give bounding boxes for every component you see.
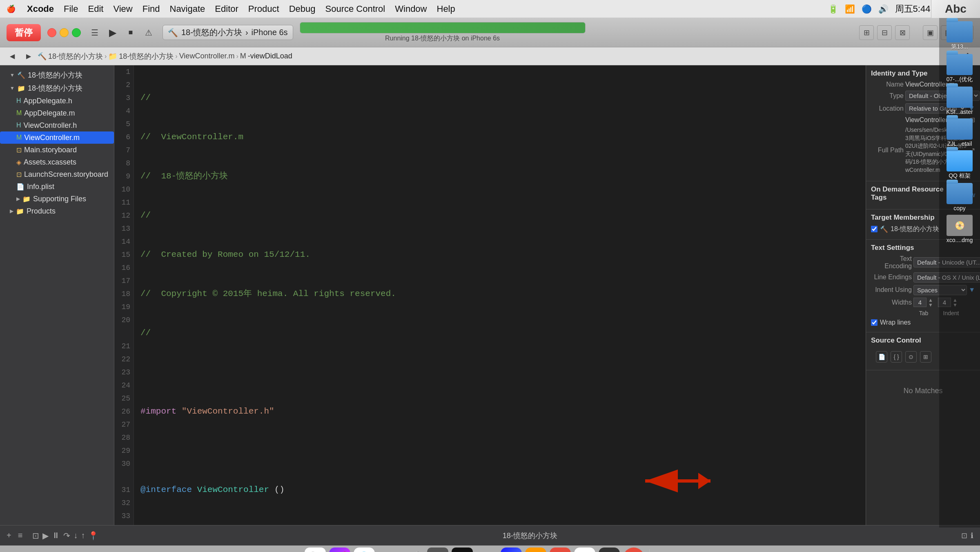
scheme-selector[interactable]: 🔨 18-愤怒的小方块 › iPhone 6s <box>163 25 293 40</box>
nav-supporting-files[interactable]: ▶ 📁 Supporting Files <box>0 193 114 205</box>
source-icon: M <box>16 109 22 117</box>
nav-file-appdelegate-m[interactable]: M AppDelegate.m <box>0 107 114 119</box>
editor-mode-standard[interactable]: ⊞ <box>859 25 874 40</box>
filter-icon[interactable]: ≡ <box>18 531 23 540</box>
dock-terminal[interactable]: $_ <box>452 548 473 552</box>
desktop-folder-2[interactable]: 07-...(优化 <box>942 54 978 83</box>
add-file-icon[interactable]: + <box>7 531 11 540</box>
forward-button[interactable]: ▶ <box>21 49 36 64</box>
menu-source-control[interactable]: Source Control <box>325 4 385 14</box>
step-in-icon[interactable]: ↓ <box>74 531 78 541</box>
desktop-folder-3[interactable]: KSI...aster <box>942 87 978 115</box>
tab-down-arrow[interactable]: ▼ <box>928 303 933 307</box>
stop-run-button[interactable]: ■ <box>123 25 138 40</box>
dock-trash[interactable]: 🗑 <box>655 548 676 552</box>
sc-diff-icon[interactable]: { } <box>891 351 902 363</box>
target-checkbox[interactable] <box>871 226 878 232</box>
dock-sketch[interactable]: ◈ <box>525 548 546 552</box>
breakpoint-icon[interactable]: ⚠ <box>141 25 156 40</box>
dock-itunes[interactable]: ▶ <box>574 548 595 552</box>
type-label: Type <box>871 92 904 100</box>
breadcrumb-group[interactable]: 18-愤怒的小方块 <box>119 51 174 61</box>
stop-button[interactable]: 暂停 <box>7 24 41 41</box>
bottom-show-debug[interactable]: ℹ <box>971 531 973 540</box>
wrap-lines-checkbox[interactable] <box>871 319 878 326</box>
bottom-show-console[interactable]: ⊡ <box>961 531 967 540</box>
code-editor[interactable]: 1 2 3 4 5 6 7 8 9 10 11 12 13 14 15 16 1… <box>114 65 866 525</box>
desktop-folder-7[interactable]: 📀 xco....dmg <box>942 215 978 243</box>
menu-file[interactable]: File <box>64 4 78 14</box>
nav-file-launchscreen[interactable]: ⊡ LaunchScreen.storyboard <box>0 168 114 180</box>
nav-file-infoplist[interactable]: 📄 Info.plist <box>0 180 114 193</box>
folder-icon: 📁 <box>17 85 25 92</box>
dock-dash[interactable]: D <box>599 548 620 552</box>
nav-file-mainstoryboard[interactable]: ⊡ Main.storyboard <box>0 144 114 156</box>
desktop-folder-5[interactable]: QQ 框架 <box>942 150 978 180</box>
nav-project-root[interactable]: ▼ 🔨 18-愤怒的小方块 <box>0 69 114 82</box>
menu-edit[interactable]: Edit <box>88 4 103 14</box>
run-mode-icon[interactable]: ▶ <box>42 531 49 541</box>
editor-mode-assistant[interactable]: ⊟ <box>877 25 892 40</box>
left-panel-toggle[interactable]: ▣ <box>923 25 938 40</box>
menu-debug[interactable]: Debug <box>289 4 316 14</box>
sc-commit-icon[interactable]: ⊙ <box>905 351 917 363</box>
step-over-icon[interactable]: ↷ <box>63 531 70 541</box>
run-button[interactable]: ▶ <box>105 25 120 40</box>
breadcrumb-project[interactable]: 18-愤怒的小方块 <box>48 51 103 61</box>
tab-up-arrow[interactable]: ▲ <box>928 298 933 303</box>
menu-view[interactable]: View <box>113 4 132 14</box>
menu-xcode[interactable]: Xcode <box>27 4 54 14</box>
dock-pencil[interactable]: ✏ <box>427 548 448 552</box>
breadcrumb-file[interactable]: ViewController.m <box>179 52 235 60</box>
sc-file-icon[interactable]: 📄 <box>876 351 887 363</box>
nav-file-appdelegate-h[interactable]: H AppDelegate.h <box>0 95 114 107</box>
progress-bar-fill <box>300 22 585 33</box>
dock-candy[interactable]: P <box>550 548 571 552</box>
bottom-bar: + ≡ ⊡ ▶ ⏸ ↷ ↓ ↑ 📍 18-愤怒的小方块 ⊡ ℹ <box>0 525 980 545</box>
desktop-folder-4[interactable]: ZJL...etail <box>942 118 978 147</box>
dock-separator <box>649 549 650 552</box>
breadcrumb-function[interactable]: -viewDidLoad <box>248 52 292 60</box>
menu-navigate[interactable]: Navigate <box>170 4 205 14</box>
menu-product[interactable]: Product <box>248 4 279 14</box>
dock-capture[interactable]: ⊙ <box>623 548 644 552</box>
menu-editor[interactable]: Editor <box>215 4 238 14</box>
back-button[interactable]: ◀ <box>5 49 20 64</box>
close-button[interactable] <box>47 28 56 37</box>
breadcrumb-folder-icon: 📁 <box>108 52 117 61</box>
apple-menu[interactable]: 🍎 <box>7 4 16 13</box>
dock-launchpad[interactable]: 🚀 <box>329 548 350 552</box>
tab-width-input[interactable] <box>913 298 927 307</box>
menu-help[interactable]: Help <box>437 4 455 14</box>
nav-file-assets[interactable]: ◈ Assets.xcassets <box>0 156 114 168</box>
dock-finder[interactable]: 🔍 <box>305 548 326 552</box>
dock-xcode[interactable]: ⚙ <box>501 548 522 552</box>
menu-window[interactable]: Window <box>395 4 427 14</box>
project-icon: 🔨 <box>17 71 25 79</box>
step-out-icon[interactable]: ↑ <box>81 531 85 541</box>
dock-settings[interactable]: ⚙ <box>476 548 497 552</box>
navigator-toggle[interactable]: ☰ <box>87 25 102 40</box>
simulate-icon[interactable]: 📍 <box>88 531 98 541</box>
breakpoints-icon[interactable]: ⊡ <box>32 531 39 541</box>
disclosure-icon-group: ▼ <box>10 85 15 91</box>
nav-products-group[interactable]: ▶ 📁 Products <box>0 205 114 217</box>
desktop-folder-1[interactable]: 第13... <box>942 21 978 51</box>
editor-mode-version[interactable]: ⊠ <box>895 25 910 40</box>
sc-branch-icon[interactable]: ⊞ <box>920 351 931 363</box>
minimize-button[interactable] <box>60 28 69 37</box>
menu-find[interactable]: Find <box>143 4 160 14</box>
dock-safari[interactable]: 🌐 <box>354 548 375 552</box>
nav-file-viewcontroller-h[interactable]: H ViewController.h <box>0 119 114 131</box>
nav-main-group[interactable]: ▼ 📁 18-愤怒的小方块 <box>0 82 114 95</box>
pause-icon[interactable]: ⏸ <box>52 531 60 541</box>
maximize-button[interactable] <box>72 28 81 37</box>
desktop-folder-6[interactable]: copy <box>942 183 978 211</box>
dock-photos[interactable]: 🎬 <box>403 548 424 552</box>
tab-stepper-arrows[interactable]: ▲ ▼ <box>928 298 933 307</box>
code-lines[interactable]: // // ViewController.m // 18-愤怒的小方块 // /… <box>134 65 866 525</box>
encoding-label: Text Encoding <box>871 255 912 270</box>
dock-mouse[interactable]: 🖱 <box>378 548 399 552</box>
nav-file-viewcontroller-m[interactable]: M ViewController.m <box>0 131 114 144</box>
code-content[interactable]: 1 2 3 4 5 6 7 8 9 10 11 12 13 14 15 16 1… <box>114 65 866 525</box>
